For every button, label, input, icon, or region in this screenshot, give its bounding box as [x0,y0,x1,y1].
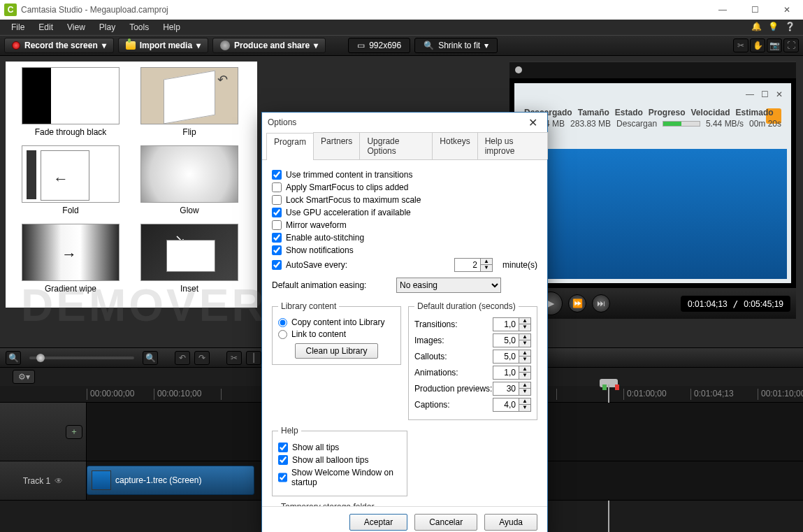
menu-edit[interactable]: Edit [31,21,60,34]
playback-controls: ⏮ ▶ ⏩ ⏭ 0:01:04;13 / 0:05:45;19 [509,288,796,319]
cleanup-library-button[interactable]: Clean up Library [295,343,377,359]
duration-productionpreviews[interactable] [493,382,519,396]
menu-view[interactable]: View [60,21,92,34]
menu-file[interactable]: File [4,21,31,34]
chevron-down-icon: ▾ [484,41,489,50]
easing-select[interactable]: No easing [396,278,501,293]
transition-label: Gradient wipe [11,284,130,294]
dlg-tab-partners[interactable]: Partners [313,132,360,159]
help-check-show-welcome-window-[interactable] [278,473,287,482]
clip-thumb [92,470,111,490]
preview-canvas[interactable]: —☐✕ DescargadoTamañoEstadoProgresoVeloci… [509,78,796,288]
transition-thumb: ↶ [140,67,238,124]
check-mirror-waveform[interactable] [272,220,282,230]
fullscreen-tool[interactable]: ⛶ [783,38,799,52]
menubar: FileEditViewPlayToolsHelp 🔔 💡 ❔ [0,20,803,35]
dialog-titlebar[interactable]: Options ✕ [262,113,547,132]
zoom-out-button[interactable]: 🔍 [6,351,21,365]
clip-capture1[interactable]: capture-1.trec (Screen) [87,466,254,495]
pan-tool[interactable]: ✋ [750,38,765,52]
add-track-button[interactable]: ＋ [66,425,82,439]
bell-icon[interactable]: 🔔 [751,22,762,33]
eye-icon[interactable]: 👁 [55,476,63,486]
transition-thumb [140,145,238,203]
check-use-trimmed-content-in-t[interactable] [272,170,282,180]
chevron-down-icon: ▾ [314,41,318,50]
transition-label: Flip [130,127,249,137]
help-icon[interactable]: ❔ [785,22,796,33]
transition-thumb: ← [22,145,120,203]
duration-captions[interactable] [493,398,519,412]
import-media-button[interactable]: Import media ▾ [118,38,208,53]
app-logo: C [4,3,17,16]
check-apply-smartfocus-to-clip[interactable] [272,182,282,192]
menu-play[interactable]: Play [92,21,122,34]
zoom-slider[interactable] [29,357,134,359]
spinner[interactable]: ▲▼ [519,398,531,412]
main-toolbar: Record the screen ▾ Import media ▾ Produ… [0,35,803,56]
undo-button[interactable]: ↶ [175,351,190,365]
spinner[interactable]: ▲▼ [519,366,531,380]
produce-share-button[interactable]: Produce and share ▾ [212,38,326,53]
dlg-tab-program[interactable]: Program [266,133,314,160]
maximize-button[interactable]: ☐ [739,0,771,20]
canvas-dimensions-button[interactable]: ▭ 992x696 [348,38,410,53]
autosave-unit: minute(s) [502,260,537,270]
transition-glow[interactable]: Glow [130,145,249,215]
playback-time: 0:01:04;13 / 0:05:45;19 [681,296,790,312]
autosave-spinner[interactable]: ▲▼ [481,258,493,272]
duration-animations[interactable] [493,366,519,380]
link-content-radio[interactable] [278,330,287,339]
spinner[interactable]: ▲▼ [519,350,531,364]
spinner[interactable]: ▲▼ [519,382,531,396]
transition-grad[interactable]: →Gradient wipe [11,224,130,294]
transition-flip[interactable]: ↶Flip [130,67,249,137]
check-use-gpu-acceleration-if-[interactable] [272,208,282,217]
track1-header[interactable]: Track 1 👁 [0,461,87,500]
autosave-checkbox[interactable] [272,260,282,270]
marker-in[interactable] [602,384,607,390]
zoom-fit-button[interactable]: 🔍 Shrink to fit ▾ [414,38,498,53]
copy-content-radio[interactable] [278,318,287,327]
preview-scrubber[interactable] [509,62,796,78]
help-check-show-all-balloon-tip[interactable] [278,455,288,465]
screenshot-tool[interactable]: 📷 [767,38,782,52]
split-button[interactable]: ⎮ [246,351,261,365]
close-button[interactable]: ✕ [771,0,803,20]
cut-button[interactable]: ✂ [226,351,242,365]
record-icon [12,41,20,50]
help-check-show-all-tips[interactable] [278,443,288,452]
spinner[interactable]: ▲▼ [519,333,531,347]
duration-images[interactable] [493,333,519,347]
check-lock-smartfocus-to-maxim[interactable] [272,195,282,205]
search-icon: 🔍 [424,41,434,50]
help-button[interactable]: Ayuda [484,514,537,531]
duration-transitions[interactable] [493,317,519,331]
check-show-notifications[interactable] [272,245,282,255]
next-button[interactable]: ⏭ [592,294,610,312]
autosave-input[interactable] [454,258,481,272]
marker-out[interactable] [615,384,619,390]
dlg-tab-hotkeys[interactable]: Hotkeys [432,132,477,159]
transition-fold[interactable]: ←Fold [11,145,130,215]
spinner[interactable]: ▲▼ [519,317,531,331]
cancel-button[interactable]: Cancelar [414,514,477,531]
ok-button[interactable]: Aceptar [349,514,407,531]
check-enable-auto-stitching[interactable] [272,233,282,243]
dialog-close-button[interactable]: ✕ [524,115,542,131]
minimize-button[interactable]: — [707,0,739,20]
lightbulb-icon[interactable]: 💡 [768,22,779,33]
crop-tool[interactable]: ✂ [733,38,748,52]
dlg-tab-upgrade-options[interactable]: Upgrade Options [359,132,433,159]
transition-fade[interactable]: Fade through black [11,67,130,137]
timeline-gear-button[interactable]: ⚙▾ [13,370,35,384]
zoom-in-button[interactable]: 🔍 [143,351,158,365]
transition-inset[interactable]: ↘Inset [130,224,249,294]
fwd-button[interactable]: ⏩ [568,294,586,312]
duration-callouts[interactable] [493,350,519,364]
record-screen-button[interactable]: Record the screen ▾ [4,38,114,53]
menu-help[interactable]: Help [156,21,187,34]
dlg-tab-help-us-improve[interactable]: Help us improve [477,132,548,159]
menu-tools[interactable]: Tools [122,21,156,34]
redo-button[interactable]: ↷ [194,351,210,365]
